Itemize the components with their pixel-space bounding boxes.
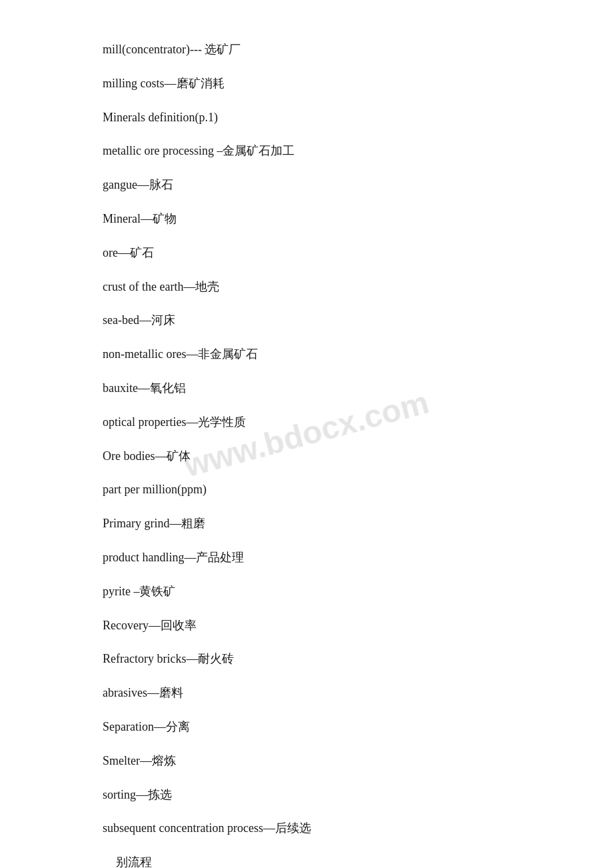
main-content: mill(concentrator)--- 选矿厂milling costs—磨… <box>0 0 613 868</box>
list-item: subsequent concentration process—后续选 <box>103 819 510 838</box>
list-item: Separation—分离 <box>103 717 510 737</box>
list-item: Recovery—回收率 <box>103 616 510 635</box>
list-item: abrasives—磨料 <box>103 683 510 703</box>
list-item: pyrite –黄铁矿 <box>103 582 510 601</box>
list-item: Mineral—矿物 <box>103 209 510 229</box>
list-item: Minerals definition(p.1) <box>103 108 510 127</box>
list-item: part per million(ppm) <box>103 480 510 499</box>
list-item: bauxite—氧化铝 <box>103 379 510 398</box>
list-item: Refractory bricks—耐火砖 <box>103 649 510 669</box>
list-item: product handling—产品处理 <box>103 548 510 567</box>
list-item: crust of the earth—地壳 <box>103 277 510 297</box>
list-item: mill(concentrator)--- 选矿厂 <box>103 40 510 59</box>
list-item: 别流程 <box>103 853 510 868</box>
list-item: sorting—拣选 <box>103 785 510 805</box>
list-item: Smelter—熔炼 <box>103 751 510 771</box>
list-item: metallic ore processing –金属矿石加工 <box>103 141 510 161</box>
list-item: Primary grind—粗磨 <box>103 514 510 533</box>
list-item: optical properties—光学性质 <box>103 413 510 432</box>
list-item: non-metallic ores—非金属矿石 <box>103 345 510 364</box>
list-item: ore—矿石 <box>103 243 510 263</box>
list-item: gangue—脉石 <box>103 175 510 195</box>
list-item: milling costs—磨矿消耗 <box>103 74 510 93</box>
list-item: sea-bed—河床 <box>103 311 510 330</box>
list-item: Ore bodies—矿体 <box>103 447 510 466</box>
